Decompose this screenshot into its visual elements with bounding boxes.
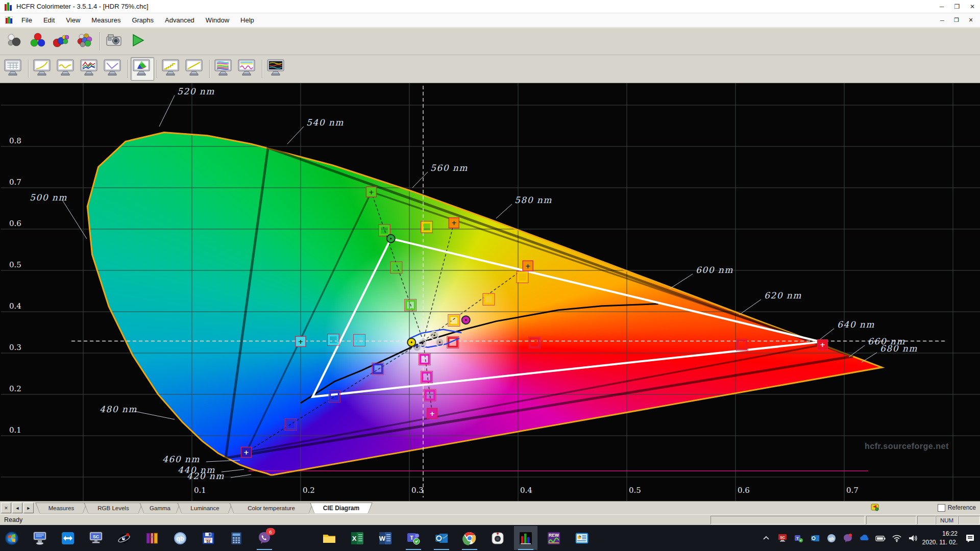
menu-edit[interactable]: Edit [38,13,60,28]
taskbar-rew-icon[interactable]: REW [542,526,566,550]
rgb-balls-button[interactable] [27,30,50,53]
measure-square [423,372,431,381]
taskbar-sc-monitor-icon[interactable]: SC [84,526,108,550]
wavelength-label: 580 nm [514,195,552,205]
tab-luminance[interactable]: Luminance [177,503,233,514]
toolbar-separator [157,60,157,78]
taskbar: SCqb646XWTREW SCTqb 16:222020. 11. 02. [0,525,980,551]
planckian-locus [301,304,658,403]
graph-line-button[interactable] [183,57,207,81]
graph-colortemp-button[interactable] [102,57,125,81]
tab-cie-diagram[interactable]: CIE Diagram [310,503,373,514]
menu-window[interactable]: Window [200,13,235,28]
graph-rgb-button[interactable] [78,57,102,81]
graph-gamma-button[interactable] [31,57,55,81]
tab-next-button[interactable]: ► [23,503,34,513]
rgb-balls-icon [30,33,46,50]
taskbar-teams-icon[interactable]: T [402,526,425,550]
taskbar-word-icon[interactable]: W [374,526,397,550]
graph-wave-button[interactable] [55,57,78,81]
x-axis-tick-label: 0.2 [303,486,315,495]
taskbar-clock[interactable]: 16:222020. 11. 02. [922,530,958,546]
wavelength-label: 420 nm [187,471,225,481]
graph-dark-button[interactable] [265,57,288,81]
menu-graphs[interactable]: Graphs [126,13,159,28]
taskbar-colorimeter-icon[interactable] [486,526,509,550]
taskbar-outlook-icon[interactable] [430,526,453,550]
menu-items: FileEditViewMeasuresGraphsAdvancedWindow… [16,13,260,28]
taskbar-remote-desktop-icon[interactable] [28,526,52,550]
status-num-indicator: NUM [936,516,958,524]
graph-wave-icon [57,59,76,79]
gray-balls-button[interactable] [3,30,27,53]
taskbar-chrome-icon[interactable] [458,526,481,550]
mdi-restore-button[interactable]: ❐ [950,15,963,26]
target-plus-glyph: + [820,341,825,348]
camera-button[interactable] [103,30,126,53]
menu-view[interactable]: View [60,13,86,28]
maximize-button[interactable]: ❐ [949,0,965,13]
color-balls2-button[interactable] [74,30,97,53]
menu-measures[interactable]: Measures [86,13,126,28]
close-button[interactable]: ✕ [965,0,980,13]
taskbar-calculator-icon[interactable] [225,526,248,550]
measure-square [355,336,364,344]
tab-prev-button[interactable]: ◄ [12,503,22,513]
reference-checkbox[interactable] [938,504,945,512]
y-axis-tick-label: 0.3 [9,343,21,352]
graph-magenta-icon [238,59,257,79]
color-balls-button[interactable] [50,30,74,53]
taskbar-qbittorrent-icon[interactable]: qb [168,526,192,550]
graph-luminance-button[interactable] [160,57,183,81]
mdi-close-button[interactable]: ✕ [965,15,977,26]
play-button[interactable] [126,30,150,53]
menu-help[interactable]: Help [235,13,260,28]
tab-rgb-levels[interactable]: RGB Levels [84,503,143,514]
taskbar-viber-icon[interactable]: 6 [253,526,276,550]
tray-chevron-up-icon[interactable] [760,532,772,544]
target-plus-glyph: + [429,410,435,417]
svg-text:T: T [796,536,799,540]
tray-viber-tray-icon[interactable] [842,532,854,544]
graph-cie-button[interactable] [131,57,154,81]
menu-advanced[interactable]: Advanced [159,13,200,28]
graph-magenta-button[interactable] [236,57,259,81]
graph-table-button[interactable] [2,57,26,81]
measure-square [329,336,337,344]
measure-circle-dot [416,346,418,348]
graph-dark-icon [267,59,286,79]
mdi-minimize-button[interactable]: ─ [936,15,948,26]
taskbar-floppy64-icon[interactable]: 64 [197,526,220,550]
graph-stripes-button[interactable] [212,57,236,81]
menu-file[interactable]: File [16,13,38,28]
taskbar-bluedoc-icon[interactable] [570,526,594,550]
wavelength-label: 600 nm [696,265,733,275]
svg-text:qb: qb [829,536,834,541]
taskbar-explorer-icon[interactable] [317,526,341,550]
tab-color-temperature[interactable]: Color temperature [229,503,313,514]
tray-battery-icon[interactable] [874,532,887,544]
action-center-icon[interactable] [961,526,980,550]
color-settings-icon[interactable] [870,503,880,513]
taskbar-excel-icon[interactable]: X [346,526,369,550]
tab-gamma[interactable]: Gamma [139,503,181,514]
taskbar-winrar-icon[interactable] [140,526,164,550]
tray-outlook-tray-icon[interactable] [809,532,821,544]
tray-speaker-icon[interactable] [907,532,919,544]
tray-onedrive-icon[interactable] [858,532,870,544]
taskbar-teamviewer-icon[interactable] [56,526,80,550]
tray-wifi-icon[interactable] [891,532,903,544]
tray-teams-tray-icon[interactable]: T [793,532,805,544]
target-plus-glyph: + [298,338,304,345]
taskbar-atom-icon[interactable] [112,526,136,550]
taskbar-hcfr-icon[interactable] [514,526,537,550]
graphs-toolbar [0,55,980,83]
tray-sc-tray-icon[interactable]: SC [776,532,789,544]
measure-square [450,316,458,325]
tab-close-button[interactable]: ✕ [1,503,11,513]
minimize-button[interactable]: ─ [934,0,949,13]
taskbar-start-icon[interactable] [0,526,23,550]
tray-qbittorrent-tray-icon[interactable]: qb [825,532,838,544]
wavelength-leader-line [222,469,244,472]
tab-measures[interactable]: Measures [35,503,87,514]
